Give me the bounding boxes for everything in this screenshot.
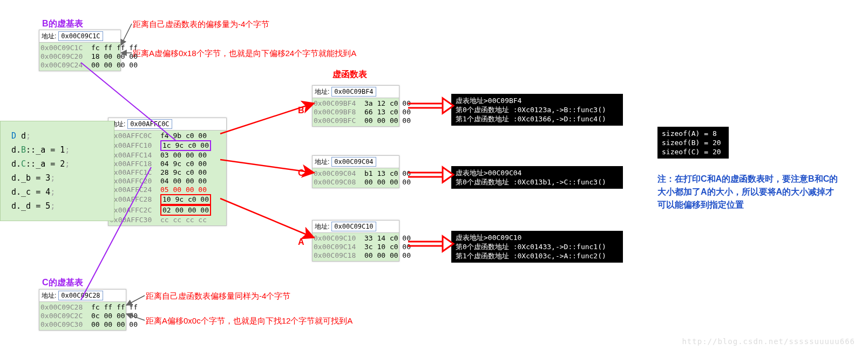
hex-row: 0x00C09C14 3c 10 c0 00 [314, 243, 398, 251]
memview-vft-a: 地址:0x00C09C10 0x00C09C10 33 14 c0 000x00… [312, 220, 399, 262]
hex-row: 0x00C09C30 00 00 00 00 [40, 320, 125, 329]
hex-row: 0x00C09BFC 00 00 00 00 [314, 116, 398, 125]
hex-row: 0x00AFFC28 10 9c c0 00 [110, 194, 225, 205]
hex-row: 0x00AFFC2C 02 00 00 00 [110, 205, 225, 216]
note-b-self-offset: 距离自己虚函数表的偏移量为-4个字节 [133, 19, 269, 30]
addr-label: 地址: [315, 87, 329, 97]
memview-stack: 地址:0x00AFFC0C 0x00AFFC0C f4 9b c0 000x00… [108, 118, 227, 226]
heading-b-vbtable: B的虚基表 [42, 18, 83, 30]
letter-c: C [298, 168, 304, 178]
hex-rows: 0x00C09C04 b1 13 c0 000x00C09C08 00 00 0… [313, 168, 399, 188]
hex-row: 0x00AFFC10 1c 9c c0 00 [110, 140, 225, 151]
heading-vftable: 虚函数表 [333, 69, 367, 80]
hex-rows: 0x00C09C10 33 14 c0 000x00C09C14 3c 10 c… [313, 233, 399, 261]
note-print: 注：在打印C和A的虚函数表时，要注意B和C的大小都加了A的大小，所以要将A的大小… [657, 173, 841, 211]
hex-row: 0x00AFFC30 cc cc cc cc [110, 216, 225, 224]
addr-label: 地址: [42, 291, 56, 300]
addr-value[interactable]: 0x00C09C1C [58, 31, 103, 41]
addr-value[interactable]: 0x00C09C04 [331, 157, 376, 167]
hex-row: 0x00C09C10 33 14 c0 00 [314, 234, 398, 243]
memview-c-vbtable: 地址:0x00C09C28 0x00C09C28 fc ff ff ff0x00… [39, 289, 126, 331]
addr-label: 地址: [42, 32, 56, 41]
hex-rows: 0x00C09C1C fc ff ff ff0x00C09C20 18 00 0… [39, 43, 120, 71]
heading-c-vbtable: C的虚基表 [42, 277, 83, 289]
hex-rows: 0x00C09BF4 3a 12 c0 000x00C09BF8 66 13 c… [313, 98, 399, 126]
svg-line-0 [121, 24, 132, 45]
hex-row: 0x00AFFC1C 28 9c c0 00 [110, 168, 225, 177]
addr-value[interactable]: 0x00AFFC0C [127, 119, 172, 129]
hex-row: 0x00C09BF4 3a 12 c0 00 [314, 99, 398, 108]
hex-row: 0x00C09C18 00 00 00 00 [314, 251, 398, 260]
letter-a: A [298, 237, 304, 247]
note-b-a-offset: 距离A虚偏移0x18个字节，也就是向下偏移24个字节就能找到A [133, 49, 356, 59]
terminal-c: 虚表地址>00C09C04 第0个虚函数地址 :0Xc013b1,->C::fu… [451, 166, 623, 189]
hex-row: 0x00C09C2C 0c 00 00 00 [40, 312, 125, 320]
addr-label: 地址: [315, 157, 329, 167]
hex-row: 0x00AFFC0C f4 9b c0 00 [110, 132, 225, 140]
hex-rows: 0x00AFFC0C f4 9b c0 000x00AFFC10 1c 9c c… [109, 131, 226, 225]
hex-row: 0x00C09C1C fc ff ff ff [40, 44, 119, 52]
letter-b: B [298, 106, 304, 115]
addr-value[interactable]: 0x00C09C28 [58, 291, 103, 300]
addr-value[interactable]: 0x00C09BF4 [331, 87, 376, 97]
terminal-a: 虚表地址>00C09C10 第0个虚函数地址 :0Xc01433,->D::fu… [451, 231, 623, 263]
hex-row: 0x00C09C24 00 00 00 00 [40, 61, 119, 70]
hex-row: 0x00AFFC24 05 00 00 00 [110, 186, 225, 194]
memview-vft-b: 地址:0x00C09BF4 0x00C09BF4 3a 12 c0 000x00… [312, 85, 399, 127]
memview-b-vbtable: 地址:0x00C09C1C 0x00C09C1C fc ff ff ff0x00… [39, 30, 121, 71]
hex-row: 0x00C09C20 18 00 00 00 [40, 52, 119, 61]
memview-vft-c: 地址:0x00C09C04 0x00C09C04 b1 13 c0 000x00… [312, 155, 399, 188]
note-c-self-offset: 距离自己虚函数表偏移量同样为-4个字节 [146, 291, 290, 301]
hex-row: 0x00AFFC14 03 00 00 00 [110, 151, 225, 160]
hex-row: 0x00C09C28 fc ff ff ff [40, 303, 125, 312]
code-block: D d; d.B::_a = 1; d.C::_a = 2; d._b = 3;… [0, 121, 114, 221]
hex-row: 0x00C09C04 b1 13 c0 00 [314, 169, 398, 178]
addr-value[interactable]: 0x00C09C10 [331, 222, 376, 231]
addr-label: 地址: [315, 222, 329, 231]
watermark: http://blog.csdn.net/sssssuuuuu666 [682, 337, 855, 346]
svg-line-8 [220, 198, 313, 237]
hex-row: 0x00AFFC20 04 00 00 00 [110, 177, 225, 186]
hex-row: 0x00AFFC18 04 9c c0 00 [110, 160, 225, 168]
terminal-b: 虚表地址>00C09BF4 第0个虚函数地址 :0Xc0123a,->B::fu… [451, 94, 623, 126]
hex-rows: 0x00C09C28 fc ff ff ff0x00C09C2C 0c 00 0… [39, 302, 126, 330]
hex-row: 0x00C09BF8 66 13 c0 00 [314, 108, 398, 116]
note-c-a-offset: 距离A偏移0x0c个字节，也就是向下找12个字节就可找到A [146, 316, 352, 326]
terminal-sizeof: sizeof(A) = 8 sizeof(B) = 20 sizeof(C) =… [657, 127, 729, 159]
hex-row: 0x00C09C08 00 00 00 00 [314, 178, 398, 187]
